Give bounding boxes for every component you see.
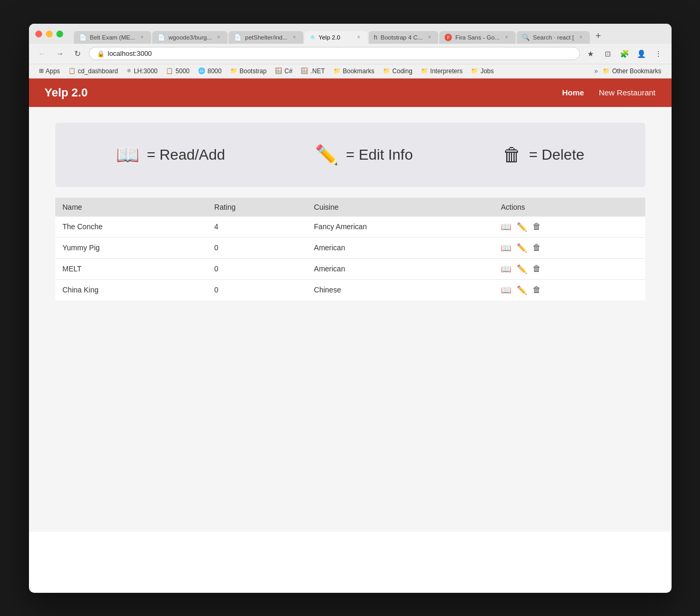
tab-label: Yelp 2.0 bbox=[319, 34, 352, 41]
delete-button[interactable]: 🗑 bbox=[533, 264, 541, 273]
restaurant-rating: 0 bbox=[207, 258, 307, 279]
app-content: Yelp 2.0 Home New Restaurant 📖 = Read/Ad… bbox=[29, 79, 672, 532]
forward-button[interactable]: → bbox=[53, 47, 67, 61]
bookmark-item-c-[interactable]: 🪟C# bbox=[271, 66, 296, 76]
restaurant-name: China King bbox=[55, 279, 207, 300]
tab-bar: 📄Belt Exam (ME...×📄wgoode3/burg...×📄petS… bbox=[74, 29, 606, 44]
tab-favicon-icon: 📄 bbox=[79, 34, 87, 41]
browser-window: 📄Belt Exam (ME...×📄wgoode3/burg...×📄petS… bbox=[29, 24, 672, 593]
tab-close-button[interactable]: × bbox=[355, 34, 362, 41]
tab-4[interactable]: ⚛Yelp 2.0× bbox=[304, 31, 368, 44]
tab-7[interactable]: 🔍Search · react [× bbox=[517, 31, 590, 44]
nav-new-restaurant-link[interactable]: New Restaurant bbox=[599, 88, 656, 97]
bookmark-label: Bootstrap bbox=[240, 67, 267, 75]
minimize-window-button[interactable] bbox=[46, 31, 53, 37]
bookmark-icon: 📁 bbox=[421, 67, 428, 74]
bookmark-label: Interpreters bbox=[430, 67, 462, 75]
col-actions: Actions bbox=[494, 198, 645, 217]
bookmark-star-button[interactable]: ★ bbox=[584, 47, 598, 61]
screenshot-button[interactable]: ⊡ bbox=[601, 47, 615, 61]
tab-6[interactable]: FFira Sans - Go...× bbox=[439, 31, 515, 44]
restaurant-name: The Conche bbox=[55, 217, 207, 238]
bookmarks-overflow-button[interactable]: » bbox=[594, 67, 598, 75]
restaurant-cuisine: Chinese bbox=[307, 279, 494, 300]
bookmark-label: .NET bbox=[310, 67, 324, 75]
legend-edit: ✏️ = Edit Info bbox=[315, 144, 413, 166]
bookmark-icon: 🌐 bbox=[198, 67, 205, 74]
tab-1[interactable]: 📄Belt Exam (ME...× bbox=[74, 31, 151, 44]
table-row: China King0Chinese📖✏️🗑 bbox=[55, 279, 645, 300]
maximize-window-button[interactable] bbox=[56, 31, 63, 37]
tab-label: Fira Sans - Go... bbox=[455, 34, 499, 41]
bookmark-label: C# bbox=[284, 67, 292, 75]
bookmark-icon: 📁 bbox=[230, 67, 238, 74]
table-row: MELT0American📖✏️🗑 bbox=[55, 258, 645, 279]
navbar-brand[interactable]: Yelp 2.0 bbox=[45, 86, 88, 100]
tab-close-button[interactable]: × bbox=[139, 34, 146, 41]
restaurant-rating: 0 bbox=[207, 279, 307, 300]
edit-button[interactable]: ✏️ bbox=[517, 243, 527, 253]
other-bookmarks-item[interactable]: 📁 Other Bookmarks bbox=[599, 66, 665, 76]
restaurant-rating: 4 bbox=[207, 217, 307, 238]
close-window-button[interactable] bbox=[35, 31, 42, 37]
edit-button[interactable]: ✏️ bbox=[517, 222, 527, 232]
bookmark-item-5000[interactable]: 📋5000 bbox=[162, 66, 193, 76]
read-add-button[interactable]: 📖 bbox=[501, 243, 511, 253]
extensions-button[interactable]: 🧩 bbox=[618, 47, 632, 61]
new-tab-button[interactable]: + bbox=[591, 29, 606, 44]
bookmark-icon: 🪟 bbox=[275, 67, 282, 74]
tab-close-button[interactable]: × bbox=[215, 34, 222, 41]
bookmark-icon: 📁 bbox=[333, 67, 341, 74]
bookmark-item-apps[interactable]: ⊞Apps bbox=[35, 66, 64, 76]
bookmark-item-interpreters[interactable]: 📁Interpreters bbox=[417, 66, 466, 76]
bookmark-item--net[interactable]: 🪟.NET bbox=[297, 66, 328, 76]
tab-favicon-icon: h bbox=[374, 34, 378, 41]
nav-home-link[interactable]: Home bbox=[562, 88, 584, 97]
bookmark-icon: ⚛ bbox=[126, 67, 132, 74]
delete-button[interactable]: 🗑 bbox=[533, 285, 541, 295]
pencil-icon: ✏️ bbox=[315, 144, 339, 166]
book-icon: 📖 bbox=[116, 144, 140, 166]
profile-button[interactable]: 👤 bbox=[635, 47, 648, 61]
back-button[interactable]: ← bbox=[35, 47, 49, 61]
reload-button[interactable]: ↻ bbox=[71, 47, 85, 61]
bookmark-icon: 📁 bbox=[471, 67, 478, 74]
actions-cell: 📖✏️🗑 bbox=[501, 222, 638, 232]
tab-2[interactable]: 📄wgoode3/burg...× bbox=[152, 31, 228, 44]
bookmark-icon: ⊞ bbox=[39, 67, 44, 74]
address-field[interactable]: 🔒 localhost:3000 bbox=[89, 47, 580, 60]
bookmark-item-bookmarks[interactable]: 📁Bookmarks bbox=[330, 66, 378, 76]
bookmark-icon: 📁 bbox=[383, 67, 390, 74]
tab-label: Bootstrap 4 C... bbox=[381, 34, 423, 41]
trash-icon: 🗑 bbox=[502, 144, 521, 166]
tab-5[interactable]: hBootstrap 4 C...× bbox=[369, 31, 439, 44]
restaurant-rating: 0 bbox=[207, 237, 307, 258]
legend-read-add: 📖 = Read/Add bbox=[116, 144, 225, 166]
tab-close-button[interactable]: × bbox=[426, 34, 433, 41]
menu-button[interactable]: ⋮ bbox=[652, 47, 665, 61]
bookmark-item-jobs[interactable]: 📁Jobs bbox=[467, 66, 497, 76]
tab-close-button[interactable]: × bbox=[503, 34, 510, 41]
tab-close-button[interactable]: × bbox=[291, 34, 298, 41]
read-add-button[interactable]: 📖 bbox=[501, 222, 511, 232]
edit-button[interactable]: ✏️ bbox=[517, 264, 527, 274]
edit-button[interactable]: ✏️ bbox=[517, 285, 527, 295]
delete-button[interactable]: 🗑 bbox=[533, 222, 541, 231]
restaurant-table-container: Name Rating Cuisine Actions The Conche4F… bbox=[55, 198, 645, 300]
bookmark-item-cd-dashboard[interactable]: 📋cd_dashboard bbox=[65, 66, 122, 76]
tab-favicon-icon: ⚛ bbox=[310, 34, 316, 41]
tab-close-button[interactable]: × bbox=[577, 34, 585, 41]
bookmark-item-lh-3000[interactable]: ⚛LH:3000 bbox=[123, 66, 161, 76]
actions-cell: 📖✏️🗑 bbox=[501, 264, 638, 274]
bookmark-label: 5000 bbox=[175, 67, 190, 75]
read-add-button[interactable]: 📖 bbox=[501, 264, 511, 274]
read-add-button[interactable]: 📖 bbox=[501, 285, 511, 295]
tab-3[interactable]: 📄petShelter/ind...× bbox=[229, 31, 303, 44]
bookmark-item-bootstrap[interactable]: 📁Bootstrap bbox=[226, 66, 270, 76]
bookmark-item-8000[interactable]: 🌐8000 bbox=[194, 66, 225, 76]
title-bar: 📄Belt Exam (ME...×📄wgoode3/burg...×📄petS… bbox=[29, 24, 672, 44]
bookmark-item-coding[interactable]: 📁Coding bbox=[379, 66, 416, 76]
bookmark-label: Jobs bbox=[480, 67, 494, 75]
bookmark-label: Apps bbox=[46, 67, 60, 75]
delete-button[interactable]: 🗑 bbox=[533, 243, 541, 252]
